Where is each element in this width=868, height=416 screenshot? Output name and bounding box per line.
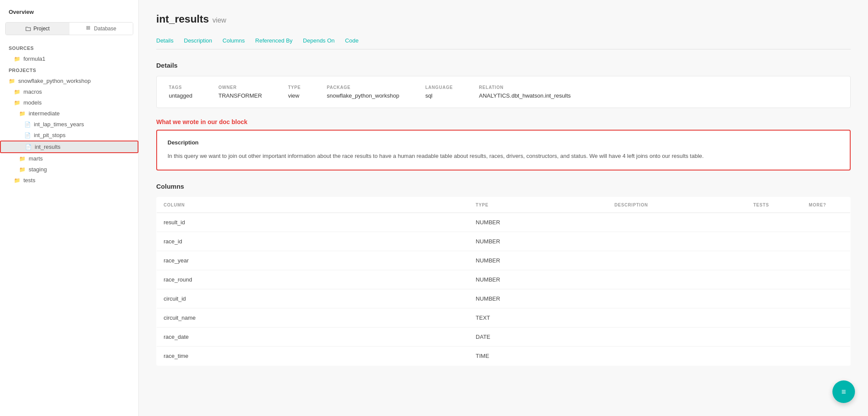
folder-icon: 📁 bbox=[14, 56, 21, 62]
file-icon: 📄 bbox=[25, 144, 32, 150]
cell-description bbox=[608, 213, 746, 232]
file-icon: 📄 bbox=[24, 132, 31, 138]
folder-icon: 📁 bbox=[14, 100, 21, 106]
folder-icon: 📁 bbox=[9, 78, 16, 84]
cell-more bbox=[802, 346, 851, 365]
sidebar-item-snowflake-workshop[interactable]: 📁 snowflake_python_workshop bbox=[0, 75, 138, 86]
cell-tests bbox=[746, 327, 802, 346]
tab-details[interactable]: Details bbox=[156, 34, 174, 49]
folder-icon: 📁 bbox=[19, 111, 26, 117]
doc-block-text: In this query we want to join out other … bbox=[168, 152, 839, 161]
col-header-description: DESCRIPTION bbox=[608, 197, 746, 213]
cell-more bbox=[802, 270, 851, 289]
cell-tests bbox=[746, 232, 802, 251]
page-header: int_results view bbox=[156, 13, 851, 25]
cell-more bbox=[802, 308, 851, 327]
cell-more bbox=[802, 232, 851, 251]
table-row: race_time TIME bbox=[157, 346, 851, 365]
cell-tests bbox=[746, 346, 802, 365]
sidebar-item-int-results[interactable]: 📄 int_results bbox=[0, 141, 138, 153]
table-row: race_round NUMBER bbox=[157, 270, 851, 289]
sidebar-item-intermediate[interactable]: 📁 intermediate bbox=[0, 108, 138, 119]
cell-tests bbox=[746, 213, 802, 232]
sidebar-tab-project[interactable]: Project bbox=[6, 23, 69, 35]
folder-icon: 📁 bbox=[14, 89, 21, 95]
doc-block-card: Description In this query we want to joi… bbox=[156, 130, 851, 170]
main-content: int_results view Details Description Col… bbox=[139, 0, 868, 416]
col-header-tests: TESTS bbox=[746, 197, 802, 213]
columns-header-row: COLUMN TYPE DESCRIPTION TESTS MORE? bbox=[157, 197, 851, 213]
details-section-title: Details bbox=[156, 62, 851, 69]
cell-column: race_date bbox=[157, 327, 469, 346]
cell-type: NUMBER bbox=[469, 232, 608, 251]
svg-rect-1 bbox=[89, 26, 90, 28]
projects-section-title: Projects bbox=[0, 64, 138, 75]
cell-description bbox=[608, 270, 746, 289]
cell-column: race_time bbox=[157, 346, 469, 365]
tab-code[interactable]: Code bbox=[345, 34, 358, 49]
cell-tests bbox=[746, 270, 802, 289]
sidebar-item-staging[interactable]: 📁 staging bbox=[0, 164, 138, 175]
cell-description bbox=[608, 327, 746, 346]
sidebar-tab-group: Project Database bbox=[5, 22, 133, 35]
cell-description bbox=[608, 251, 746, 270]
cell-column: race_year bbox=[157, 251, 469, 270]
doc-block-card-title: Description bbox=[168, 139, 839, 146]
columns-section-title: Columns bbox=[156, 183, 851, 190]
page-subtitle: view bbox=[212, 16, 226, 24]
page-title: int_results bbox=[156, 13, 209, 25]
folder-icon: 📁 bbox=[19, 167, 26, 173]
cell-type: NUMBER bbox=[469, 251, 608, 270]
cell-column: circuit_id bbox=[157, 289, 469, 308]
cell-more bbox=[802, 327, 851, 346]
cell-type: NUMBER bbox=[469, 270, 608, 289]
sidebar-item-int-pit-stops[interactable]: 📄 int_pit_stops bbox=[0, 130, 138, 141]
doc-block-header: What we wrote in our doc block bbox=[156, 118, 851, 125]
cell-description bbox=[608, 232, 746, 251]
detail-owner: OWNER TRANSFORMER bbox=[218, 85, 262, 99]
cell-tests bbox=[746, 308, 802, 327]
table-row: circuit_name TEXT bbox=[157, 308, 851, 327]
sidebar-item-marts[interactable]: 📁 marts bbox=[0, 153, 138, 164]
detail-language: LANGUAGE sql bbox=[425, 85, 453, 99]
table-row: result_id NUMBER bbox=[157, 213, 851, 232]
sidebar-item-formula1[interactable]: 📁 formula1 bbox=[0, 53, 138, 64]
detail-type: TYPE view bbox=[288, 85, 301, 99]
cell-tests bbox=[746, 289, 802, 308]
sidebar: Overview Project Database Sources 📁 form… bbox=[0, 0, 139, 416]
tab-depends-on[interactable]: Depends On bbox=[303, 34, 335, 49]
nav-tabs: Details Description Columns Referenced B… bbox=[156, 34, 851, 49]
table-row: race_date DATE bbox=[157, 327, 851, 346]
table-row: race_year NUMBER bbox=[157, 251, 851, 270]
cell-type: DATE bbox=[469, 327, 608, 346]
cell-description bbox=[608, 289, 746, 308]
tab-columns[interactable]: Columns bbox=[223, 34, 245, 49]
sidebar-tab-database[interactable]: Database bbox=[69, 23, 133, 35]
folder-icon: 📁 bbox=[19, 156, 26, 162]
tab-referenced-by[interactable]: Referenced By bbox=[255, 34, 293, 49]
folder-icon bbox=[25, 26, 31, 32]
cell-column: result_id bbox=[157, 213, 469, 232]
col-header-more: MORE? bbox=[802, 197, 851, 213]
col-header-column: COLUMN bbox=[157, 197, 469, 213]
cell-type: NUMBER bbox=[469, 289, 608, 308]
sidebar-item-macros[interactable]: 📁 macros bbox=[0, 86, 138, 97]
tab-description[interactable]: Description bbox=[184, 34, 212, 49]
cell-type: NUMBER bbox=[469, 213, 608, 232]
folder-icon: 📁 bbox=[14, 177, 21, 183]
sources-section-title: Sources bbox=[0, 42, 138, 53]
sidebar-item-models[interactable]: 📁 models bbox=[0, 97, 138, 108]
sidebar-item-int-lap-times-years[interactable]: 📄 int_lap_times_years bbox=[0, 119, 138, 130]
database-icon bbox=[86, 26, 92, 32]
table-row: circuit_id NUMBER bbox=[157, 289, 851, 308]
svg-rect-3 bbox=[89, 28, 90, 29]
fab-button[interactable]: ≡ bbox=[832, 380, 855, 403]
detail-relation: RELATION ANALYTICS.dbt_hwatson.int_resul… bbox=[479, 85, 571, 99]
cell-column: race_id bbox=[157, 232, 469, 251]
cell-column: circuit_name bbox=[157, 308, 469, 327]
cell-description bbox=[608, 308, 746, 327]
svg-rect-2 bbox=[86, 28, 88, 29]
file-icon: 📄 bbox=[24, 121, 31, 128]
sidebar-item-tests[interactable]: 📁 tests bbox=[0, 175, 138, 186]
cell-column: race_round bbox=[157, 270, 469, 289]
